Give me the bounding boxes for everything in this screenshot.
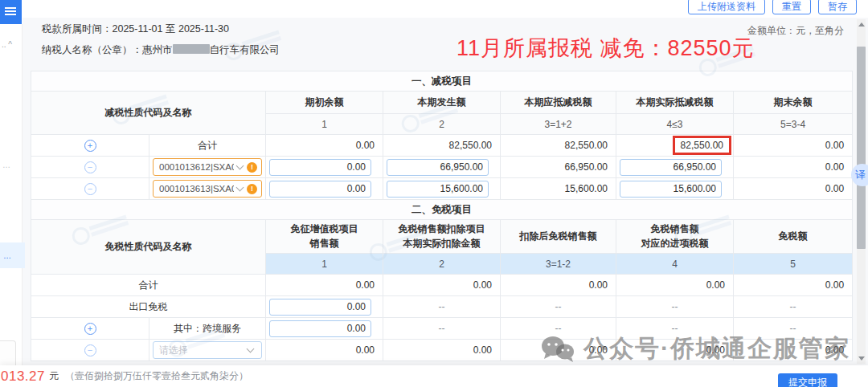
column-index: 3=1+2	[501, 114, 616, 135]
exempt-sales-value: 0.00	[266, 275, 383, 296]
column-index: 4≤3	[616, 114, 734, 135]
table-row: 出口免税 -- -- -- --	[31, 296, 853, 318]
total-deductible: 82,550.00	[501, 135, 616, 157]
column-header-line1: 免征增值税项目	[266, 222, 383, 236]
total-row-label: 合计	[31, 275, 266, 296]
taxpayer-name-suffix: 自行车有限公司	[210, 44, 280, 55]
column-header: 本期实际抵减税额	[616, 92, 734, 114]
deduction-amount-value: 0.00	[383, 340, 501, 361]
export-exempt-label: 出口免税	[31, 296, 266, 318]
actual-deducted-input[interactable]	[620, 159, 722, 176]
empty-dash-cell: --	[616, 296, 734, 318]
column-header-line2: 销售额	[266, 237, 383, 251]
column-header: 免税销售额扣除项目本期实际扣除金额	[383, 220, 501, 254]
total-beginning-balance: 0.00	[266, 135, 383, 157]
reset-button[interactable]: 重置	[772, 0, 811, 14]
exemption-table-title: 二、免税项目	[31, 200, 853, 220]
ending-balance-value: 0.00	[734, 178, 853, 200]
total-actual-deducted: 82,550.00	[681, 140, 723, 151]
total-row-label: 合计	[149, 135, 266, 157]
scroll-up-icon[interactable]	[858, 22, 865, 26]
empty-dash-cell: --	[616, 318, 734, 340]
exemption-code-select[interactable]: 请选择	[153, 341, 262, 359]
table-row: 合计 0.00 0.00 0.00 0.00 0.00	[31, 275, 853, 296]
tax-code-value: 0001013613|SXA0319...	[159, 184, 234, 194]
scrollbar-thumb[interactable]	[857, 47, 866, 249]
empty-dash-cell: --	[501, 318, 616, 340]
hamburger-icon	[5, 7, 16, 9]
beginning-balance-input[interactable]	[269, 159, 371, 176]
expand-row-icon[interactable]: +	[84, 140, 96, 152]
warning-icon: !	[247, 184, 257, 194]
reduction-table: 一、减税项目 减税性质代码及名称 期初余额 本期发生额 本期应抵减税额 本期实际…	[31, 71, 853, 200]
save-draft-button[interactable]: 暂存	[818, 0, 857, 14]
collapse-row-icon[interactable]: −	[84, 183, 96, 195]
current-amount-input[interactable]	[387, 181, 489, 198]
column-header: 本期发生额	[383, 92, 501, 114]
highlight-red-box: 82,550.00	[673, 136, 731, 155]
column-index: 1	[266, 254, 383, 275]
taxpayer-name-prefix: 惠州市	[142, 44, 173, 55]
currency-unit: 元	[49, 369, 59, 383]
tax-code-select[interactable]: 0001013612|SXA0319... !	[153, 158, 262, 176]
exempt-tax-value: 0.00	[734, 275, 853, 296]
red-annotation-text: 11月所属报税 减免：82550元	[457, 34, 755, 63]
exempt-sales-input[interactable]	[269, 320, 371, 337]
tax-code-select[interactable]: 0001013613|SXA0319... !	[153, 180, 262, 198]
sidebar-collapse-caret[interactable]: .. ^	[2, 40, 12, 49]
deductible-value: 66,950.00	[501, 157, 616, 178]
submit-declaration-button[interactable]: 提交申报	[778, 373, 837, 387]
column-header-line2: 对应的进项税额	[616, 237, 733, 251]
deduction-amount-value: 0.00	[383, 275, 501, 296]
chevron-down-icon	[247, 345, 255, 353]
upload-attachments-button[interactable]: 上传附送资料	[688, 0, 765, 14]
actual-deducted-input[interactable]	[620, 181, 722, 198]
net-exempt-sales-value: 0.00	[501, 275, 616, 296]
sidebar-item[interactable]: …	[2, 161, 10, 169]
current-amount-input[interactable]	[387, 159, 489, 176]
table-row: + 合计 0.00 82,550.00 82,550.00 82,550.00 …	[31, 135, 853, 157]
sidebar-item-selected[interactable]: …	[0, 242, 25, 268]
net-exempt-sales-value: 0.00	[501, 340, 616, 361]
column-header: 期初余额	[266, 92, 383, 114]
tax-code-value: 0001013612|SXA0319...	[159, 162, 234, 172]
collapse-row-icon[interactable]: −	[84, 344, 96, 356]
tax-filing-app: 上传附送资料 重置 暂存 .. ^ … … 税款所属时间：2025-11-01 …	[0, 0, 868, 387]
menu-toggle-button[interactable]	[0, 0, 22, 24]
reduction-name-header: 减税性质代码及名称	[31, 92, 266, 135]
expand-row-icon[interactable]: +	[84, 323, 96, 335]
amount-unit-note: 金额单位：元，至角分	[747, 24, 844, 38]
redacted-name-block	[173, 44, 210, 54]
empty-dash-cell: --	[383, 318, 501, 340]
tax-period-line: 税款所属时间：2025-11-01 至 2025-11-30	[42, 22, 229, 36]
topbar: 上传附送资料 重置 暂存	[22, 0, 868, 18]
translate-badge[interactable]: 译	[851, 164, 868, 186]
column-header: 免税额	[734, 220, 853, 254]
input-tax-value: 0.00	[616, 340, 734, 361]
main-content: 税款所属时间：2025-11-01 至 2025-11-30 纳税人名称（公章）…	[23, 18, 868, 365]
beginning-balance-input[interactable]	[269, 181, 371, 198]
ending-balance-value: 0.00	[734, 157, 853, 178]
empty-dash-cell: --	[501, 296, 616, 318]
amount-in-words: （壹佰捌拾捌万伍仟零壹拾叁元贰角柒分）	[65, 369, 248, 383]
column-header-line1: 免税销售额扣除项目	[383, 222, 500, 236]
column-index: 3=1-2	[501, 254, 616, 275]
exempt-sales-input[interactable]	[269, 299, 371, 316]
column-header: 免征增值税项目销售额	[266, 220, 383, 254]
vertical-scrollbar[interactable]	[857, 19, 866, 364]
column-header: 扣除后免税销售额	[501, 220, 616, 254]
column-index: 5=3-4	[734, 114, 853, 135]
column-header-line1: 免税销售额	[616, 222, 733, 236]
exemption-name-header: 免税性质代码及名称	[31, 220, 266, 275]
exemption-table: 二、免税项目 免税性质代码及名称 免征增值税项目销售额 免税销售额扣除项目本期实…	[31, 199, 853, 361]
bottom-bar: 013.27 元 （壹佰捌拾捌万伍仟零壹拾叁元贰角柒分） 提交申报	[0, 365, 868, 387]
topbar-buttons: 上传附送资料 重置 暂存	[688, 0, 857, 14]
column-header-line1: 免税额	[734, 230, 852, 243]
collapse-row-icon[interactable]: −	[84, 161, 96, 173]
empty-dash-cell: --	[734, 318, 853, 340]
empty-dash-cell: --	[734, 296, 853, 318]
taxpayer-label: 纳税人名称（公章）：	[42, 44, 142, 55]
taxpayer-line: 纳税人名称（公章）：惠州市自行车有限公司	[42, 43, 280, 57]
deductible-value: 15,600.00	[501, 178, 616, 200]
scroll-down-icon[interactable]	[858, 356, 865, 361]
